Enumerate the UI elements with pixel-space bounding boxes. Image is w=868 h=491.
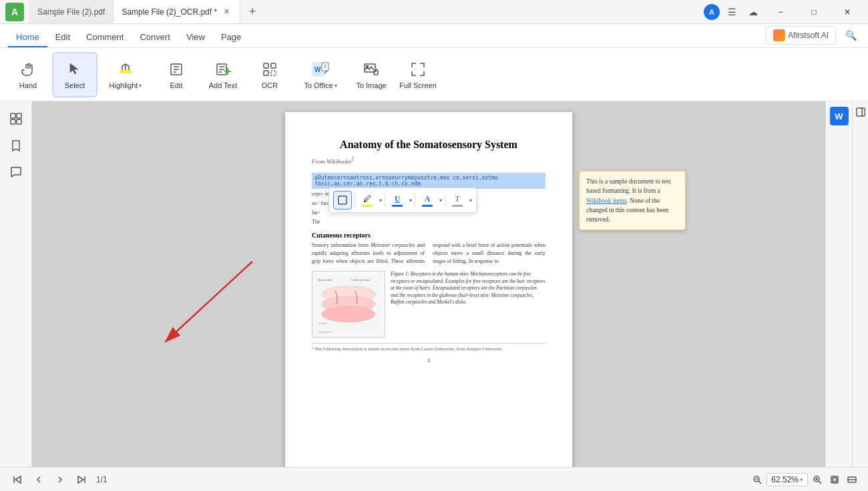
first-page-button[interactable] [8,470,27,489]
search-button[interactable]: 🔍 [841,26,860,45]
svg-rect-23 [11,113,15,118]
user-avatar: A [704,4,720,20]
full-screen-tool-label: Full Screen [399,81,437,90]
sidebar-thumbnails-button[interactable] [4,107,28,131]
to-office-icon: W [311,60,330,79]
zoom-value-display[interactable]: 62.52% ▾ [767,473,808,486]
minimize-button[interactable]: − [765,0,796,24]
pdf-figure-caption: Figure 1: Receptors in the human skin: M… [391,271,546,338]
statusbar: 1/1 62.52% ▾ [0,467,868,491]
format-rect-button[interactable] [333,191,352,209]
format-separator-1 [355,193,355,207]
svg-rect-38 [857,108,865,116]
svg-rect-25 [11,119,15,124]
hand-icon [19,60,37,79]
format-separator-2 [385,193,385,207]
close-button[interactable]: ✕ [832,0,863,24]
full-screen-tool-button[interactable]: Full Screen [395,52,441,97]
edit-tool-button[interactable]: Edit [154,52,199,97]
add-text-tool-button[interactable]: Add Text [200,52,246,97]
new-tab-button[interactable]: + [243,3,262,21]
edit-icon [167,60,186,79]
menu-item-home[interactable]: Home [8,28,47,47]
tab-close-button[interactable]: ✕ [221,7,232,17]
pdf-highlighted-text: ∆Outeocernsaotross,ernsoourrymeyusstce,m… [312,173,546,189]
hand-tool-button[interactable]: Hand [5,52,51,97]
svg-rect-50 [833,478,837,482]
next-page-button[interactable] [51,470,69,489]
app-logo: A [5,3,24,21]
maximize-button[interactable]: □ [799,0,829,24]
zoom-controls: 62.52% ▾ [749,472,860,488]
format-highlight-button[interactable]: 🖊 [358,191,377,209]
hamburger-button[interactable]: ☰ [722,3,741,21]
pdf-footnote: ¹ The following description is based on … [312,343,546,352]
highlight-tool-button[interactable]: Highlight ▾ [99,52,152,97]
ai-icon [773,29,785,41]
font-color-dropdown[interactable]: ▾ [439,197,442,203]
ocr-tool-label: OCR [262,81,278,90]
ai-button[interactable]: Afirstsoft AI [766,26,836,45]
format-font-color-button[interactable]: A [418,191,437,209]
tab-active[interactable]: Sample File (2)_OCR.pdf * ✕ [114,0,240,23]
annotation-popup: This is a sample document to test based … [579,171,686,230]
content-area[interactable]: Anatomy of the Somatosensory System From… [32,101,825,467]
sidebar-comments-button[interactable] [4,160,28,184]
menubar-right: Afirstsoft AI 🔍 [766,26,860,47]
menu-item-view[interactable]: View [178,28,213,47]
pdf-title: Anatomy of the Somatosensory System [312,139,546,151]
to-office-tool-label: To Office [304,81,333,90]
ocr-tool-button[interactable]: OCR [247,52,292,97]
fit-width-button[interactable] [844,472,860,488]
highlight-color-dropdown[interactable]: ▾ [379,197,382,203]
highlight-icon [116,60,135,79]
full-screen-icon [409,60,427,79]
svg-text:Epidermis: Epidermis [318,330,331,334]
text-bg-dropdown[interactable]: ▾ [469,197,472,203]
zoom-in-button[interactable] [809,472,825,488]
red-arrow [146,255,279,355]
format-underline-button[interactable]: U [388,191,407,209]
sidebar-bookmarks-button[interactable] [4,133,28,157]
underline-color-dropdown[interactable]: ▾ [409,197,412,203]
svg-rect-24 [17,113,21,118]
underline-color-bar [392,205,403,207]
menu-item-convert[interactable]: Convert [132,28,178,47]
annotation-link[interactable]: Wikibook items [586,197,627,204]
fit-page-button[interactable] [827,472,843,488]
menu-item-page[interactable]: Page [213,28,249,47]
add-text-icon [214,60,232,79]
menu-item-edit[interactable]: Edit [47,28,78,47]
sidebar-right: W [825,101,852,467]
select-tool-label: Select [65,81,85,90]
cloud-button[interactable]: ☁ [744,3,763,21]
ai-label: Afirstsoft AI [788,31,829,40]
menu-item-comment[interactable]: Comment [78,28,132,47]
select-tool-button[interactable]: Select [52,52,97,97]
text-bg-color-bar [452,205,463,207]
prev-page-button[interactable] [29,470,48,489]
tab-inactive[interactable]: Sample File (2).pdf [29,0,114,23]
pdf-figure-area: Hairy skin Glabrous skin Epidermis Dermi… [312,271,546,338]
zoom-out-button[interactable] [749,472,765,488]
sidebar-left [0,101,32,467]
pdf-subtitle: From Wikibooks1 [312,156,546,165]
to-image-tool-label: To Image [356,81,386,90]
svg-rect-17 [322,63,329,71]
format-separator-4 [445,193,445,207]
edit-tool-label: Edit [170,81,183,90]
svg-text:Glabrous skin: Glabrous skin [351,278,370,282]
svg-text:Dermis: Dermis [318,322,327,325]
pdf-page-number: 1 [312,357,546,364]
to-office-tool-button[interactable]: W To Office ▾ [294,52,347,97]
right-panel-toggle[interactable] [852,101,868,467]
svg-rect-27 [339,196,347,204]
svg-line-37 [166,262,252,342]
to-image-tool-button[interactable]: To Image [349,52,394,97]
last-page-button[interactable] [72,470,91,489]
svg-rect-26 [17,119,21,124]
zoom-dropdown-arrow: ▾ [800,476,803,483]
pdf-body-text: Sensory information from Meissner corpus… [312,241,546,266]
format-toolbar: 🖊 ▾ U ▾ A ▾ [329,187,477,213]
format-text-bg-button[interactable]: T [448,191,467,209]
